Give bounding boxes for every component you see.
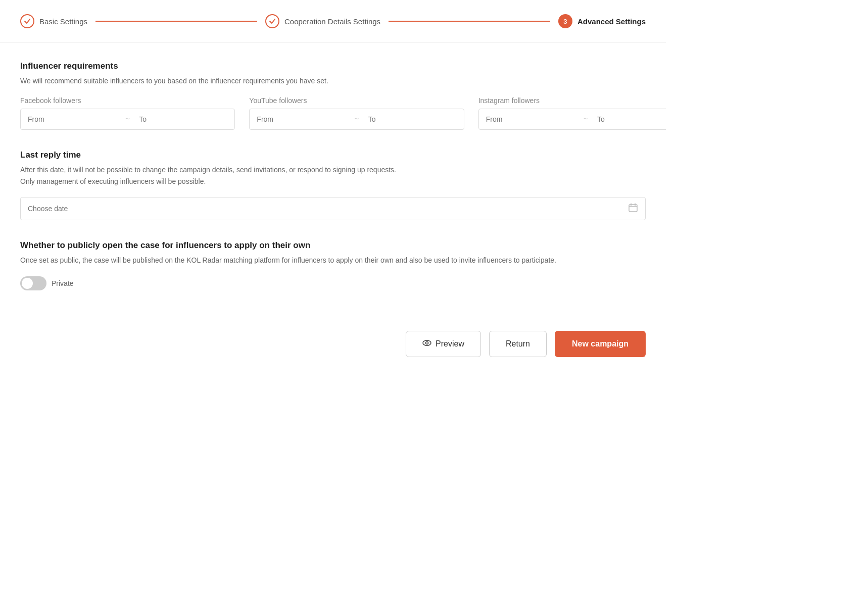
instagram-range-sep: ~	[582, 115, 590, 124]
facebook-to-input[interactable]	[132, 109, 234, 129]
facebook-range-sep: ~	[123, 115, 132, 124]
toggle-row: Private	[20, 276, 646, 290]
youtube-from-input[interactable]	[250, 109, 352, 129]
calendar-icon	[628, 203, 638, 215]
date-input[interactable]	[28, 205, 628, 213]
step-advanced-icon: 3	[558, 14, 572, 28]
step-cooperation[interactable]: Cooperation Details Settings	[265, 14, 380, 28]
step-basic[interactable]: Basic Settings	[20, 14, 87, 28]
facebook-from-input[interactable]	[21, 109, 123, 129]
instagram-followers-group: Instagram followers ~	[478, 96, 666, 130]
new-campaign-button[interactable]: New campaign	[555, 331, 646, 357]
facebook-range-input: ~	[20, 109, 235, 130]
step-cooperation-label: Cooperation Details Settings	[284, 17, 380, 26]
preview-label: Preview	[436, 339, 464, 349]
instagram-followers-label: Instagram followers	[478, 96, 666, 105]
instagram-from-input[interactable]	[479, 109, 582, 129]
date-picker[interactable]	[20, 197, 646, 220]
influencer-requirements-title: Influencer requirements	[20, 61, 646, 71]
public-case-desc: Once set as public, the case will be pub…	[20, 255, 646, 266]
influencer-requirements-desc: We will recommend suitable influencers t…	[20, 75, 646, 86]
youtube-range-input: ~	[249, 109, 464, 130]
last-reply-time-section: Last reply time After this date, it will…	[20, 150, 646, 220]
return-button[interactable]: Return	[489, 331, 547, 357]
youtube-to-input[interactable]	[361, 109, 464, 129]
preview-button[interactable]: Preview	[406, 331, 481, 357]
last-reply-time-desc: After this date, it will not be possible…	[20, 164, 646, 187]
svg-rect-0	[629, 205, 637, 212]
influencer-requirements-section: Influencer requirements We will recommen…	[20, 61, 646, 130]
last-reply-time-title: Last reply time	[20, 150, 646, 160]
svg-point-5	[426, 341, 428, 344]
svg-point-4	[423, 340, 431, 345]
followers-row: Facebook followers ~ YouTube followers ~	[20, 96, 646, 130]
privacy-toggle[interactable]	[20, 276, 46, 290]
step-divider-1	[95, 21, 257, 22]
toggle-label: Private	[52, 279, 74, 287]
facebook-followers-label: Facebook followers	[20, 96, 235, 105]
main-content: Influencer requirements We will recommen…	[0, 43, 666, 377]
step-basic-label: Basic Settings	[39, 17, 87, 26]
step-advanced-label: Advanced Settings	[577, 17, 646, 26]
youtube-followers-label: YouTube followers	[249, 96, 464, 105]
bottom-actions: Preview Return New campaign	[20, 321, 646, 357]
return-label: Return	[506, 339, 530, 349]
eye-icon	[422, 338, 431, 350]
facebook-followers-group: Facebook followers ~	[20, 96, 235, 130]
instagram-range-input: ~	[478, 109, 666, 130]
step-basic-icon	[20, 14, 34, 28]
toggle-slider	[20, 276, 46, 290]
step-divider-2	[389, 21, 550, 22]
youtube-followers-group: YouTube followers ~	[249, 96, 464, 130]
public-case-title: Whether to publicly open the case for in…	[20, 240, 646, 251]
youtube-range-sep: ~	[352, 115, 361, 124]
instagram-to-input[interactable]	[590, 109, 666, 129]
stepper: Basic Settings Cooperation Details Setti…	[0, 0, 666, 43]
new-campaign-label: New campaign	[572, 339, 629, 349]
step-cooperation-icon	[265, 14, 279, 28]
step-advanced[interactable]: 3 Advanced Settings	[558, 14, 646, 28]
public-case-section: Whether to publicly open the case for in…	[20, 240, 646, 290]
